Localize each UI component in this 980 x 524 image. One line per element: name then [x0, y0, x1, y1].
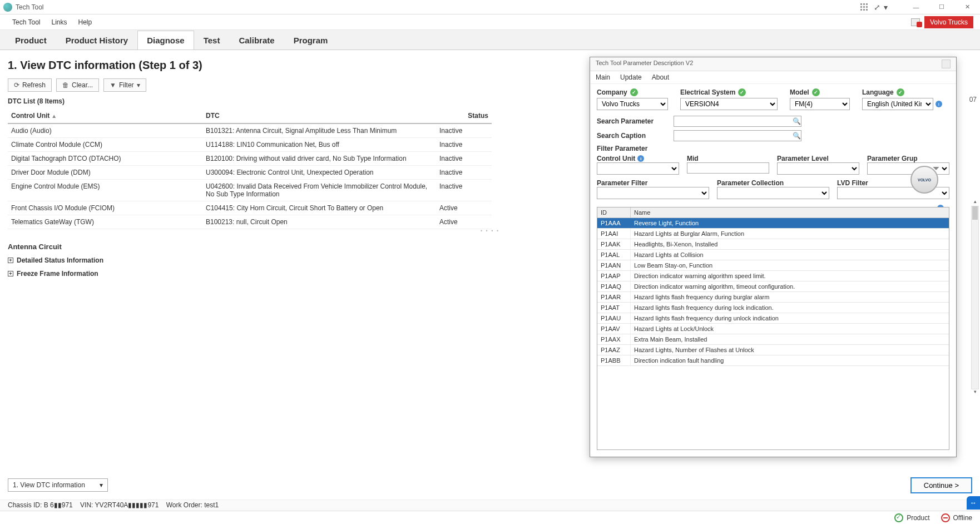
- dialog-close-button[interactable]: [942, 60, 951, 68]
- list-item[interactable]: P1AAKHeadlights, Bi-Xenon, Installed: [597, 239, 949, 250]
- brand-badge[interactable]: Volvo Trucks: [924, 16, 973, 28]
- filter-mid[interactable]: [687, 162, 769, 174]
- menu-links[interactable]: Links: [46, 16, 72, 28]
- app-icon: [3, 3, 12, 12]
- menu-help[interactable]: Help: [73, 16, 98, 28]
- list-item[interactable]: P1AAZHazard Lights, Number of Flashes at…: [597, 345, 949, 355]
- list-item[interactable]: P1AAPDirection indicator warning algorit…: [597, 271, 949, 281]
- col-control-unit[interactable]: Control Unit▲: [8, 108, 202, 123]
- grip-icon[interactable]: [860, 3, 870, 11]
- table-row[interactable]: Front Chassis I/O Module (FCIOM)C104415:…: [8, 201, 492, 215]
- dialog-menu-main[interactable]: Main: [596, 73, 610, 81]
- table-row[interactable]: Audio (Audio)B101321: Antenna Circuit, S…: [8, 123, 492, 138]
- continue-button[interactable]: Continue >: [910, 477, 972, 493]
- filter-control-unit[interactable]: [597, 162, 679, 175]
- clear-button[interactable]: 🗑Clear...: [56, 78, 99, 92]
- dtc-table: Control Unit▲ DTC Status Audio (Audio)B1…: [8, 108, 492, 229]
- step-select[interactable]: 1. View DTC information▾: [8, 478, 108, 492]
- list-item[interactable]: P1AAQDirection indicator warning algorit…: [597, 281, 949, 292]
- expand-icon: +: [8, 258, 13, 263]
- main-tabs: Product Product History Diagnose Test Ca…: [0, 30, 980, 50]
- menu-techtool[interactable]: Tech Tool: [7, 16, 46, 28]
- list-item[interactable]: P1AALHazard Lights at Collision: [597, 250, 949, 260]
- list-item[interactable]: P1AAXExtra Main Beam, Installed: [597, 334, 949, 345]
- expand-icon: +: [8, 271, 13, 276]
- search-icon[interactable]: 🔍: [793, 117, 801, 125]
- filter-button[interactable]: ▼Filter ▾: [103, 78, 146, 92]
- filter-parameter-collection[interactable]: [717, 187, 829, 199]
- funnel-icon: ▼: [110, 81, 116, 89]
- chevron-down-icon: ▾: [137, 81, 140, 89]
- list-item[interactable]: P1AAUHazard lights flash frequency durin…: [597, 313, 949, 324]
- list-item[interactable]: P1AARHazard lights flash frequency durin…: [597, 292, 949, 303]
- remote-session-icon[interactable]: ↔: [967, 496, 980, 510]
- grid-col-id[interactable]: ID: [597, 207, 631, 217]
- dialog-titlebar[interactable]: Tech Tool Parameter Description V2: [590, 57, 956, 71]
- grid-col-name[interactable]: Name: [631, 207, 949, 217]
- chassis-bar: Chassis ID: B 6▮▮971 VIN: YV2RT40A▮▮▮▮▮9…: [0, 500, 980, 511]
- col-status[interactable]: Status: [436, 108, 492, 123]
- parameter-dialog: Tech Tool Parameter Description V2 Main …: [590, 57, 957, 457]
- list-item[interactable]: P1AAAReverse Light, Function: [597, 218, 949, 229]
- sort-icon: ▲: [51, 113, 57, 119]
- trash-icon: 🗑: [62, 81, 69, 89]
- dialog-menu: Main Update About: [590, 71, 956, 84]
- status-bar: Product Offline: [0, 511, 980, 524]
- tab-calibrate[interactable]: Calibrate: [229, 31, 284, 50]
- dialog-menu-about[interactable]: About: [652, 73, 669, 81]
- check-icon: ✓: [630, 88, 638, 96]
- table-row[interactable]: Telematics GateWay (TGW)B100213: null, C…: [8, 215, 492, 229]
- language-select[interactable]: English (United Kin: [862, 98, 933, 110]
- table-row[interactable]: Climate Control Module (CCM)U114188: LIN…: [8, 138, 492, 152]
- search-caption-input[interactable]: [674, 130, 801, 141]
- table-row[interactable]: Driver Door Module (DDM)U300094: Electro…: [8, 166, 492, 180]
- tab-diagnose[interactable]: Diagnose: [137, 31, 194, 50]
- volvo-logo-icon: VOLVO: [910, 166, 938, 194]
- list-item[interactable]: P1AAVHazard Lights at Lock/Unlock: [597, 324, 949, 334]
- search-icon[interactable]: 🔍: [793, 132, 801, 140]
- check-icon: ✓: [812, 88, 820, 96]
- filter-parameter-filter[interactable]: [597, 187, 709, 199]
- list-item[interactable]: P1ABBDirection indication fault handling: [597, 355, 949, 366]
- model-select[interactable]: FM(4): [790, 98, 850, 110]
- tab-program[interactable]: Program: [284, 31, 338, 50]
- check-icon: ✓: [897, 88, 904, 96]
- tab-product[interactable]: Product: [6, 31, 56, 50]
- refresh-button[interactable]: ⟳Refresh: [8, 78, 52, 92]
- electrical-system-select[interactable]: VERSION4: [680, 98, 778, 110]
- bottom-bar: 1. View DTC information▾ Continue >: [8, 471, 972, 500]
- check-circle-icon: [894, 513, 903, 522]
- offline-circle-icon: [941, 513, 950, 522]
- filter-parameter-level[interactable]: [777, 162, 859, 175]
- window-titlebar: Tech Tool ⤢ ▾ — ☐ ✕: [0, 0, 980, 14]
- close-button[interactable]: ✕: [954, 0, 980, 14]
- dialog-menu-update[interactable]: Update: [620, 73, 642, 81]
- scrollbar[interactable]: ▴ ▾: [971, 206, 979, 389]
- timestamp: 07: [969, 96, 977, 103]
- list-item[interactable]: P1AANLow Beam Stay-on, Function: [597, 260, 949, 271]
- search-parameter-input[interactable]: [674, 116, 801, 127]
- company-select[interactable]: Volvo Trucks: [597, 98, 668, 110]
- table-row[interactable]: Engine Control Module (EMS)U042600: Inva…: [8, 180, 492, 201]
- refresh-icon: ⟳: [14, 81, 19, 89]
- scroll-down-icon[interactable]: ▾: [972, 389, 978, 397]
- parameter-grid: ID Name P1AAAReverse Light, FunctionP1AA…: [597, 207, 949, 450]
- info-icon[interactable]: i: [637, 155, 644, 162]
- maximize-button[interactable]: ☐: [929, 0, 954, 14]
- tab-product-history[interactable]: Product History: [56, 31, 138, 50]
- check-icon: ✓: [738, 88, 746, 96]
- alert-icon[interactable]: [911, 18, 921, 26]
- scroll-thumb[interactable]: [972, 206, 978, 220]
- col-dtc[interactable]: DTC: [202, 108, 436, 123]
- tab-test[interactable]: Test: [194, 31, 230, 50]
- list-item[interactable]: P1AAIHazard Lights at Burglar Alarm, Fun…: [597, 229, 949, 239]
- scroll-up-icon[interactable]: ▴: [972, 199, 978, 206]
- info-icon[interactable]: i: [936, 101, 942, 107]
- chevron-down-icon[interactable]: ▾: [884, 3, 888, 12]
- list-item[interactable]: P1AATHazard lights flash frequency durin…: [597, 303, 949, 313]
- window-title: Tech Tool: [16, 3, 43, 11]
- minimize-button[interactable]: —: [903, 0, 929, 14]
- chevron-down-icon: ▾: [100, 481, 103, 489]
- expand-icon[interactable]: ⤢: [874, 3, 880, 12]
- table-row[interactable]: Digital Tachograph DTCO (DTACHO)B120100:…: [8, 152, 492, 166]
